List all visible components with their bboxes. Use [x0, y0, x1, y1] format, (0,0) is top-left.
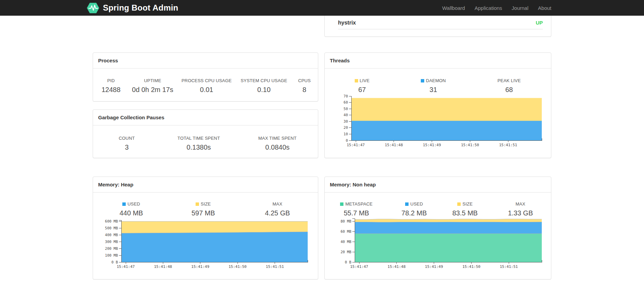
svg-text:15:41:47: 15:41:47 [350, 264, 368, 269]
memory-heap-panel: Memory: Heap USED 440 MB SIZE 597 MB MAX… [93, 177, 318, 279]
svg-text:0 B: 0 B [345, 260, 351, 264]
svg-text:15:41:49: 15:41:49 [191, 264, 209, 269]
svg-text:15:41:51: 15:41:51 [499, 143, 517, 147]
svg-text:15:41:48: 15:41:48 [154, 264, 172, 269]
metric-uptime: UPTIME 0d 0h 2m 17s [129, 78, 177, 94]
svg-text:60: 60 [343, 100, 348, 104]
metric-pid: PID 12488 [93, 78, 129, 94]
svg-text:15:41:50: 15:41:50 [229, 264, 247, 269]
svg-text:600 MB: 600 MB [105, 219, 118, 223]
svg-text:15:41:48: 15:41:48 [385, 143, 403, 147]
nav-item-applications[interactable]: Applications [475, 5, 502, 11]
svg-text:40 MB: 40 MB [340, 240, 351, 244]
metric-gc-count: COUNT 3 [93, 136, 160, 151]
health-status-badge: UP [536, 20, 543, 26]
svg-text:80 MB: 80 MB [340, 219, 351, 223]
process-metrics: PID 12488 UPTIME 0d 0h 2m 17s PROCESS CP… [93, 69, 318, 94]
svg-text:30: 30 [343, 119, 348, 123]
svg-text:40: 40 [343, 113, 348, 117]
svg-text:15:41:50: 15:41:50 [461, 143, 479, 147]
gc-panel-title: Garbage Collection Pauses [98, 115, 164, 120]
svg-text:60 MB: 60 MB [340, 229, 351, 233]
memory-nonheap-chart: 0 B20 MB40 MB60 MB80 MB15:41:4715:41:481… [325, 177, 552, 280]
metric-cpus: CPUS 8 [291, 78, 318, 94]
svg-text:15:41:49: 15:41:49 [423, 143, 441, 147]
svg-text:15:41:51: 15:41:51 [500, 264, 518, 269]
metric-gc-max-time: MAX TIME SPENT 0.0840s [237, 136, 318, 151]
svg-text:10: 10 [343, 132, 348, 136]
svg-text:500 MB: 500 MB [105, 226, 118, 230]
svg-text:15:41:50: 15:41:50 [462, 264, 480, 269]
svg-text:20: 20 [343, 125, 348, 130]
threads-panel: Threads LIVE 67 DAEMON 31 PEAK LIVE 68 0… [324, 52, 551, 158]
threads-chart: 01020304050607015:41:4715:41:4815:41:491… [325, 53, 552, 158]
memory-nonheap-panel: Memory: Non heap METASPACE 55.7 MB USED … [324, 177, 551, 279]
svg-text:400 MB: 400 MB [105, 233, 118, 237]
svg-text:20 MB: 20 MB [340, 250, 351, 254]
svg-text:300 MB: 300 MB [105, 240, 118, 244]
brand[interactable]: Spring Boot Admin [87, 0, 178, 16]
memory-heap-chart: 0 B100 MB200 MB300 MB400 MB500 MB600 MB1… [93, 177, 319, 280]
gc-metrics: COUNT 3 TOTAL TIME SPENT 0.1380s MAX TIM… [93, 125, 318, 151]
svg-text:70: 70 [343, 94, 348, 98]
metric-system-cpu-usage: SYSTEM CPU USAGE 0.10 [237, 78, 291, 94]
metric-process-cpu-usage: PROCESS CPU USAGE 0.01 [176, 78, 237, 94]
health-indicator-name: hystrix [338, 20, 356, 26]
gc-panel: Garbage Collection Pauses COUNT 3 TOTAL … [93, 109, 318, 158]
nav-item-journal[interactable]: Journal [512, 5, 528, 11]
nav-item-about[interactable]: About [538, 5, 551, 11]
process-panel-title: Process [98, 58, 118, 63]
svg-text:15:41:51: 15:41:51 [266, 264, 284, 269]
metric-gc-total-time: TOTAL TIME SPENT 0.1380s [160, 136, 237, 151]
health-row-hystrix: hystrix UP [338, 16, 543, 29]
svg-text:50: 50 [343, 107, 348, 111]
gc-panel-header: Garbage Collection Pauses [93, 110, 318, 125]
svg-text:100 MB: 100 MB [105, 253, 118, 257]
svg-text:15:41:47: 15:41:47 [347, 143, 365, 147]
svg-text:15:41:47: 15:41:47 [117, 264, 135, 269]
svg-text:15:41:48: 15:41:48 [387, 264, 405, 269]
nav-item-wallboard[interactable]: Wallboard [442, 5, 465, 11]
svg-text:15:41:49: 15:41:49 [425, 264, 443, 269]
brand-title: Spring Boot Admin [103, 3, 178, 13]
nav-links: Wallboard Applications Journal About [433, 0, 551, 16]
svg-text:200 MB: 200 MB [105, 246, 118, 250]
brand-logo-icon [87, 2, 99, 14]
svg-text:0 B: 0 B [111, 260, 118, 264]
svg-text:0: 0 [346, 138, 348, 142]
navbar: Spring Boot Admin Wallboard Applications… [0, 0, 644, 16]
process-panel-header: Process [93, 53, 318, 69]
process-panel: Process PID 12488 UPTIME 0d 0h 2m 17s PR… [93, 52, 318, 102]
